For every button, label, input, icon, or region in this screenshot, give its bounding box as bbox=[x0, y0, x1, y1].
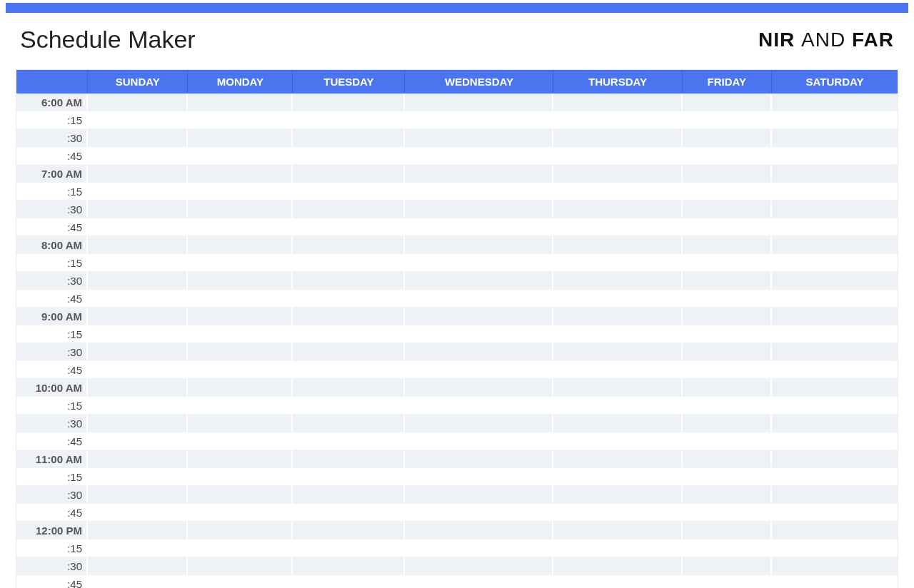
schedule-cell[interactable] bbox=[553, 165, 682, 183]
schedule-cell[interactable] bbox=[293, 93, 405, 111]
schedule-cell[interactable] bbox=[405, 236, 553, 254]
schedule-cell[interactable] bbox=[683, 343, 773, 361]
schedule-cell[interactable] bbox=[188, 183, 293, 201]
schedule-cell[interactable] bbox=[88, 522, 188, 539]
schedule-cell[interactable] bbox=[293, 557, 405, 575]
schedule-cell[interactable] bbox=[683, 522, 773, 539]
schedule-cell[interactable] bbox=[88, 557, 188, 575]
schedule-cell[interactable] bbox=[405, 343, 553, 361]
schedule-cell[interactable] bbox=[553, 201, 682, 218]
schedule-cell[interactable] bbox=[553, 254, 682, 272]
schedule-cell[interactable] bbox=[683, 290, 773, 308]
schedule-cell[interactable] bbox=[88, 468, 188, 486]
schedule-cell[interactable] bbox=[88, 93, 188, 111]
schedule-cell[interactable] bbox=[88, 504, 188, 522]
schedule-cell[interactable] bbox=[188, 129, 293, 147]
schedule-cell[interactable] bbox=[405, 557, 553, 575]
schedule-cell[interactable] bbox=[553, 147, 682, 165]
schedule-cell[interactable] bbox=[405, 486, 553, 504]
schedule-cell[interactable] bbox=[553, 575, 682, 588]
schedule-cell[interactable] bbox=[405, 397, 553, 415]
schedule-cell[interactable] bbox=[293, 290, 405, 308]
schedule-cell[interactable] bbox=[772, 325, 898, 343]
schedule-cell[interactable] bbox=[405, 415, 553, 432]
schedule-cell[interactable] bbox=[293, 397, 405, 415]
schedule-cell[interactable] bbox=[772, 504, 898, 522]
schedule-cell[interactable] bbox=[88, 450, 188, 468]
schedule-cell[interactable] bbox=[683, 539, 773, 557]
schedule-cell[interactable] bbox=[188, 147, 293, 165]
schedule-cell[interactable] bbox=[405, 183, 553, 201]
schedule-cell[interactable] bbox=[553, 432, 682, 450]
schedule-cell[interactable] bbox=[683, 308, 773, 325]
schedule-cell[interactable] bbox=[188, 165, 293, 183]
schedule-cell[interactable] bbox=[553, 450, 682, 468]
schedule-cell[interactable] bbox=[88, 343, 188, 361]
schedule-cell[interactable] bbox=[683, 272, 773, 290]
schedule-cell[interactable] bbox=[88, 379, 188, 397]
schedule-cell[interactable] bbox=[88, 415, 188, 432]
schedule-cell[interactable] bbox=[88, 432, 188, 450]
schedule-cell[interactable] bbox=[293, 236, 405, 254]
schedule-cell[interactable] bbox=[293, 504, 405, 522]
schedule-cell[interactable] bbox=[405, 539, 553, 557]
schedule-cell[interactable] bbox=[293, 539, 405, 557]
schedule-cell[interactable] bbox=[683, 504, 773, 522]
schedule-cell[interactable] bbox=[293, 432, 405, 450]
schedule-cell[interactable] bbox=[683, 575, 773, 588]
schedule-cell[interactable] bbox=[293, 147, 405, 165]
schedule-cell[interactable] bbox=[188, 93, 293, 111]
schedule-cell[interactable] bbox=[683, 93, 773, 111]
schedule-cell[interactable] bbox=[88, 486, 188, 504]
schedule-cell[interactable] bbox=[88, 397, 188, 415]
schedule-cell[interactable] bbox=[405, 290, 553, 308]
schedule-cell[interactable] bbox=[683, 236, 773, 254]
schedule-cell[interactable] bbox=[88, 111, 188, 129]
schedule-cell[interactable] bbox=[293, 361, 405, 379]
schedule-cell[interactable] bbox=[293, 325, 405, 343]
schedule-cell[interactable] bbox=[553, 539, 682, 557]
schedule-cell[interactable] bbox=[88, 183, 188, 201]
schedule-cell[interactable] bbox=[405, 111, 553, 129]
schedule-cell[interactable] bbox=[553, 343, 682, 361]
schedule-cell[interactable] bbox=[553, 361, 682, 379]
schedule-cell[interactable] bbox=[188, 468, 293, 486]
schedule-cell[interactable] bbox=[772, 575, 898, 588]
schedule-cell[interactable] bbox=[405, 575, 553, 588]
schedule-cell[interactable] bbox=[683, 379, 773, 397]
schedule-cell[interactable] bbox=[553, 522, 682, 539]
schedule-cell[interactable] bbox=[405, 432, 553, 450]
schedule-cell[interactable] bbox=[683, 486, 773, 504]
schedule-cell[interactable] bbox=[88, 539, 188, 557]
schedule-cell[interactable] bbox=[772, 557, 898, 575]
schedule-cell[interactable] bbox=[553, 468, 682, 486]
schedule-cell[interactable] bbox=[772, 539, 898, 557]
schedule-cell[interactable] bbox=[88, 218, 188, 236]
schedule-cell[interactable] bbox=[683, 201, 773, 218]
schedule-cell[interactable] bbox=[772, 343, 898, 361]
schedule-cell[interactable] bbox=[553, 129, 682, 147]
schedule-cell[interactable] bbox=[405, 504, 553, 522]
schedule-cell[interactable] bbox=[188, 361, 293, 379]
schedule-cell[interactable] bbox=[405, 254, 553, 272]
schedule-cell[interactable] bbox=[553, 272, 682, 290]
schedule-cell[interactable] bbox=[88, 236, 188, 254]
schedule-cell[interactable] bbox=[188, 218, 293, 236]
schedule-cell[interactable] bbox=[772, 522, 898, 539]
schedule-cell[interactable] bbox=[188, 397, 293, 415]
schedule-cell[interactable] bbox=[683, 468, 773, 486]
schedule-cell[interactable] bbox=[683, 129, 773, 147]
schedule-cell[interactable] bbox=[293, 183, 405, 201]
schedule-cell[interactable] bbox=[553, 183, 682, 201]
schedule-cell[interactable] bbox=[772, 361, 898, 379]
schedule-cell[interactable] bbox=[293, 254, 405, 272]
schedule-cell[interactable] bbox=[683, 397, 773, 415]
schedule-cell[interactable] bbox=[772, 218, 898, 236]
schedule-cell[interactable] bbox=[188, 325, 293, 343]
schedule-cell[interactable] bbox=[293, 486, 405, 504]
schedule-cell[interactable] bbox=[405, 165, 553, 183]
schedule-cell[interactable] bbox=[405, 379, 553, 397]
schedule-cell[interactable] bbox=[293, 575, 405, 588]
schedule-cell[interactable] bbox=[772, 147, 898, 165]
schedule-cell[interactable] bbox=[188, 539, 293, 557]
